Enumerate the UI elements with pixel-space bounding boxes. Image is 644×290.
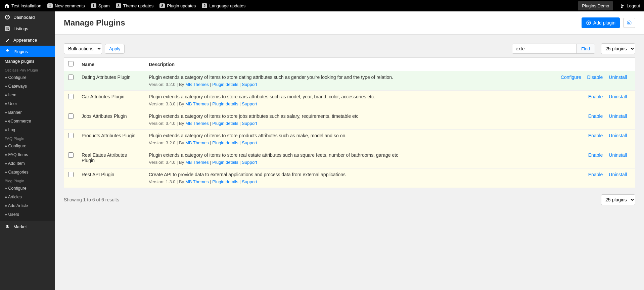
row-checkbox[interactable] <box>68 94 74 99</box>
plugin-action-enable[interactable]: Enable <box>588 94 603 99</box>
plugin-name: Products Attributes Plugin <box>78 130 145 149</box>
plugin-search: Find <box>512 44 595 54</box>
sidebar-sub-item[interactable]: » eCommerce <box>0 117 55 126</box>
sidebar-sub-item[interactable]: » Configure <box>0 142 55 150</box>
plugin-description: Plugin extends a category of items to st… <box>149 75 544 80</box>
plugin-description: Plugin extends a category of items to st… <box>149 113 544 119</box>
sidebar-sub-item[interactable]: » Configure <box>0 73 55 82</box>
plugins-icon <box>5 49 10 54</box>
topbar-notice[interactable]: 1Spam <box>91 3 110 8</box>
row-checkbox[interactable] <box>68 133 74 138</box>
plugin-name: Dating Attributes Plugin <box>78 71 145 91</box>
row-checkbox[interactable] <box>68 113 74 119</box>
plugin-action-uninstall[interactable]: Uninstall <box>609 152 627 158</box>
sidebar-sub-item[interactable]: » Banner <box>0 108 55 117</box>
row-checkbox[interactable] <box>68 172 74 177</box>
plugin-author-link[interactable]: MB Themes <box>185 121 209 126</box>
add-plugin-button[interactable]: Add plugin <box>582 17 620 28</box>
sidebar-sub-item[interactable]: » FAQ Items <box>0 150 55 159</box>
apply-button[interactable]: Apply <box>105 44 125 54</box>
sidebar-sub-item[interactable]: » Gateways <box>0 82 55 91</box>
sidebar-item-plugins[interactable]: Plugins <box>0 46 55 57</box>
plugin-details-link[interactable]: Plugin details <box>212 121 238 126</box>
plugin-author-link[interactable]: MB Themes <box>185 160 209 165</box>
notice-count-badge: 1 <box>47 3 53 8</box>
logout-icon <box>619 3 625 8</box>
notice-label: Language updates <box>209 3 245 8</box>
sidebar-group-header: Blog Plugin <box>0 177 55 184</box>
notice-label: Theme updates <box>123 3 153 8</box>
help-button[interactable] <box>623 18 635 28</box>
plugin-author-link[interactable]: MB Themes <box>185 82 209 87</box>
plugin-details-link[interactable]: Plugin details <box>212 179 238 184</box>
plugin-action-enable[interactable]: Enable <box>588 113 603 119</box>
topbar-notice[interactable]: 2Language updates <box>202 3 245 8</box>
market-icon <box>5 224 10 229</box>
sidebar-sub-item[interactable]: » Configure <box>0 184 55 193</box>
plugin-author-link[interactable]: MB Themes <box>185 179 209 184</box>
plugin-action-disable[interactable]: Disable <box>587 75 603 80</box>
plugin-author-link[interactable]: MB Themes <box>185 101 209 106</box>
help-icon <box>627 20 632 26</box>
table-row: Rest API PluginCreate API to provide dat… <box>64 168 635 188</box>
sidebar-item-label: Plugins <box>13 49 28 54</box>
site-link[interactable]: Test installation <box>4 3 41 8</box>
notice-label: Plugin updates <box>167 3 196 8</box>
plugin-support-link[interactable]: Support <box>242 179 257 184</box>
topbar-notice[interactable]: 8Plugin updates <box>159 3 196 8</box>
sidebar-sub-item[interactable]: » Users <box>0 210 55 219</box>
plugin-support-link[interactable]: Support <box>242 82 257 87</box>
plugin-action-enable[interactable]: Enable <box>588 172 603 177</box>
find-button[interactable]: Find <box>576 44 595 53</box>
table-row: Dating Attributes PluginPlugin extends a… <box>64 71 635 91</box>
sidebar-item-market[interactable]: Market <box>0 221 55 232</box>
plugin-meta: Version: 3.2.0 | By MB Themes | Plugin d… <box>149 82 544 87</box>
sidebar-sub-item[interactable]: » Log <box>0 126 55 134</box>
plugin-action-enable[interactable]: Enable <box>588 133 603 138</box>
plugin-action-uninstall[interactable]: Uninstall <box>609 133 627 138</box>
sidebar-sub-item[interactable]: » Add Item <box>0 159 55 168</box>
plugin-author-link[interactable]: MB Themes <box>185 140 209 145</box>
sidebar-item-label: Market <box>13 224 27 229</box>
pagesize-select-bottom[interactable]: 25 plugins <box>601 194 635 205</box>
select-all-checkbox[interactable] <box>68 61 74 66</box>
sidebar-sub-item[interactable]: » Categories <box>0 168 55 177</box>
sidebar-sub-item[interactable]: » Item <box>0 91 55 99</box>
plugin-support-link[interactable]: Support <box>242 160 257 165</box>
plugin-details-link[interactable]: Plugin details <box>212 160 238 165</box>
plugin-support-link[interactable]: Support <box>242 121 257 126</box>
sidebar-item-appearance[interactable]: Appearance <box>0 34 55 46</box>
home-icon <box>4 3 9 8</box>
sidebar-item-listings[interactable]: Listings <box>0 23 55 34</box>
sidebar-item-dashboard[interactable]: Dashboard <box>0 11 55 23</box>
bulk-actions-select[interactable]: Bulk actions <box>64 43 102 54</box>
plugin-support-link[interactable]: Support <box>242 101 257 106</box>
plugin-action-uninstall[interactable]: Uninstall <box>609 113 627 119</box>
plugin-details-link[interactable]: Plugin details <box>212 140 238 145</box>
topbar-notice[interactable]: 1New comments <box>47 3 85 8</box>
admin-sidebar: Dashboard Listings Appearance Plugins Ma… <box>0 11 55 290</box>
notice-label: Spam <box>98 3 110 8</box>
sidebar-sub-manage-plugins[interactable]: Manage plugins <box>0 57 55 66</box>
plugin-support-link[interactable]: Support <box>242 140 257 145</box>
plugin-action-configure[interactable]: Configure <box>561 75 581 80</box>
sidebar-sub-item[interactable]: » Articles <box>0 193 55 201</box>
plugin-details-link[interactable]: Plugin details <box>212 82 238 87</box>
results-summary: Showing 1 to 6 of 6 results <box>64 197 119 202</box>
plugin-description: Plugin extends a category of items to st… <box>149 152 544 158</box>
table-row: Products Attributes PluginPlugin extends… <box>64 130 635 149</box>
plugin-details-link[interactable]: Plugin details <box>212 101 238 106</box>
sidebar-sub-item[interactable]: » Add Article <box>0 201 55 210</box>
search-input[interactable] <box>512 44 576 53</box>
plugin-action-uninstall[interactable]: Uninstall <box>609 75 627 80</box>
pagesize-select[interactable]: 25 plugins <box>601 43 635 54</box>
logout-link[interactable]: Logout <box>619 3 640 8</box>
plugin-action-enable[interactable]: Enable <box>588 152 603 158</box>
plugin-action-uninstall[interactable]: Uninstall <box>609 94 627 99</box>
row-checkbox[interactable] <box>68 152 74 158</box>
sidebar-sub-item[interactable]: » User <box>0 99 55 108</box>
row-checkbox[interactable] <box>68 75 74 80</box>
plugin-action-uninstall[interactable]: Uninstall <box>609 172 627 177</box>
topbar-notice[interactable]: 3Theme updates <box>116 3 153 8</box>
sidebar-item-label: Listings <box>13 26 28 31</box>
